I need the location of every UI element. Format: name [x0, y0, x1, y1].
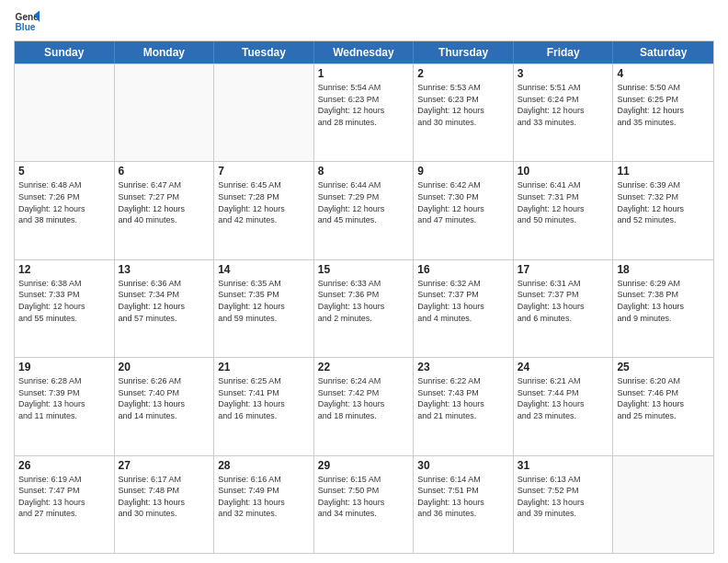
day-number: 10: [518, 165, 609, 178]
day-number: 19: [18, 361, 110, 373]
calendar-header-cell: Monday: [115, 41, 215, 63]
calendar-cell: 11Sunrise: 6:39 AM Sunset: 7:32 PM Dayli…: [613, 162, 713, 259]
calendar-cell: 22Sunrise: 6:24 AM Sunset: 7:42 PM Dayli…: [314, 358, 415, 454]
calendar-header-cell: Friday: [514, 41, 614, 63]
cell-info: Sunrise: 5:54 AM Sunset: 6:23 PM Dayligh…: [318, 82, 410, 128]
calendar-cell: 7Sunrise: 6:45 AM Sunset: 7:28 PM Daylig…: [214, 162, 314, 259]
day-number: 1: [318, 67, 410, 80]
calendar-cell: 14Sunrise: 6:35 AM Sunset: 7:35 PM Dayli…: [214, 260, 314, 357]
calendar-cell: 26Sunrise: 6:19 AM Sunset: 7:47 PM Dayli…: [15, 456, 115, 553]
calendar-cell: 23Sunrise: 6:22 AM Sunset: 7:43 PM Dayli…: [414, 358, 514, 454]
day-number: 29: [318, 459, 410, 472]
logo-icon: General Blue: [14, 9, 40, 35]
day-number: 6: [119, 165, 210, 178]
cell-info: Sunrise: 6:21 AM Sunset: 7:44 PM Dayligh…: [518, 375, 609, 421]
cell-info: Sunrise: 6:45 AM Sunset: 7:28 PM Dayligh…: [218, 179, 310, 225]
calendar-header-cell: Saturday: [613, 41, 713, 63]
page: General Blue SundayMondayTuesdayWednesda…: [0, 0, 728, 563]
calendar-cell: 31Sunrise: 6:13 AM Sunset: 7:52 PM Dayli…: [514, 456, 614, 553]
day-number: 14: [218, 263, 310, 276]
calendar-cell: 17Sunrise: 6:31 AM Sunset: 7:37 PM Dayli…: [514, 260, 614, 357]
calendar-cell: 27Sunrise: 6:17 AM Sunset: 7:48 PM Dayli…: [115, 456, 215, 553]
calendar-cell: 4Sunrise: 5:50 AM Sunset: 6:25 PM Daylig…: [613, 64, 713, 161]
day-number: 9: [417, 165, 509, 178]
day-number: 23: [417, 361, 509, 373]
calendar-cell: [613, 456, 713, 553]
day-number: 15: [318, 263, 410, 276]
calendar-row: 5Sunrise: 6:48 AM Sunset: 7:26 PM Daylig…: [15, 161, 713, 259]
calendar-row: 19Sunrise: 6:28 AM Sunset: 7:39 PM Dayli…: [15, 357, 713, 454]
calendar-cell: 6Sunrise: 6:47 AM Sunset: 7:27 PM Daylig…: [115, 162, 215, 259]
calendar-cell: 15Sunrise: 6:33 AM Sunset: 7:36 PM Dayli…: [314, 260, 415, 357]
calendar-header-cell: Tuesday: [214, 41, 314, 63]
calendar-cell: 30Sunrise: 6:14 AM Sunset: 7:51 PM Dayli…: [414, 456, 514, 553]
day-number: 25: [617, 361, 710, 373]
calendar-cell: 21Sunrise: 6:25 AM Sunset: 7:41 PM Dayli…: [214, 358, 314, 454]
cell-info: Sunrise: 6:17 AM Sunset: 7:48 PM Dayligh…: [119, 474, 210, 520]
day-number: 24: [518, 361, 609, 373]
calendar-row: 12Sunrise: 6:38 AM Sunset: 7:33 PM Dayli…: [15, 259, 713, 357]
day-number: 27: [119, 459, 210, 472]
cell-info: Sunrise: 6:13 AM Sunset: 7:52 PM Dayligh…: [518, 474, 609, 520]
calendar-cell: 18Sunrise: 6:29 AM Sunset: 7:38 PM Dayli…: [613, 260, 713, 357]
calendar-cell: 12Sunrise: 6:38 AM Sunset: 7:33 PM Dayli…: [15, 260, 115, 357]
calendar-row: 1Sunrise: 5:54 AM Sunset: 6:23 PM Daylig…: [15, 63, 713, 161]
cell-info: Sunrise: 6:33 AM Sunset: 7:36 PM Dayligh…: [318, 278, 410, 324]
cell-info: Sunrise: 5:53 AM Sunset: 6:23 PM Dayligh…: [417, 82, 509, 128]
calendar-cell: 20Sunrise: 6:26 AM Sunset: 7:40 PM Dayli…: [115, 358, 215, 454]
cell-info: Sunrise: 6:36 AM Sunset: 7:34 PM Dayligh…: [119, 278, 210, 324]
calendar-row: 26Sunrise: 6:19 AM Sunset: 7:47 PM Dayli…: [15, 455, 713, 553]
calendar-cell: 16Sunrise: 6:32 AM Sunset: 7:37 PM Dayli…: [414, 260, 514, 357]
calendar-header-cell: Wednesday: [314, 41, 415, 63]
day-number: 13: [119, 263, 210, 276]
day-number: 3: [518, 67, 609, 80]
calendar-cell: 10Sunrise: 6:41 AM Sunset: 7:31 PM Dayli…: [514, 162, 614, 259]
cell-info: Sunrise: 5:51 AM Sunset: 6:24 PM Dayligh…: [518, 82, 609, 128]
calendar-cell: 28Sunrise: 6:16 AM Sunset: 7:49 PM Dayli…: [214, 456, 314, 553]
calendar-header-row: SundayMondayTuesdayWednesdayThursdayFrid…: [15, 41, 713, 63]
calendar-cell: 19Sunrise: 6:28 AM Sunset: 7:39 PM Dayli…: [15, 358, 115, 454]
day-number: 20: [119, 361, 210, 373]
cell-info: Sunrise: 6:22 AM Sunset: 7:43 PM Dayligh…: [417, 375, 509, 421]
calendar-cell: [15, 64, 115, 161]
cell-info: Sunrise: 6:42 AM Sunset: 7:30 PM Dayligh…: [417, 179, 509, 225]
day-number: 31: [518, 459, 609, 472]
calendar-cell: 1Sunrise: 5:54 AM Sunset: 6:23 PM Daylig…: [314, 64, 415, 161]
cell-info: Sunrise: 6:29 AM Sunset: 7:38 PM Dayligh…: [617, 278, 710, 324]
cell-info: Sunrise: 6:41 AM Sunset: 7:31 PM Dayligh…: [518, 179, 609, 225]
calendar-cell: [214, 64, 314, 161]
svg-text:Blue: Blue: [16, 22, 36, 32]
cell-info: Sunrise: 6:15 AM Sunset: 7:50 PM Dayligh…: [318, 474, 410, 520]
calendar-cell: 3Sunrise: 5:51 AM Sunset: 6:24 PM Daylig…: [514, 64, 614, 161]
day-number: 4: [617, 67, 710, 80]
cell-info: Sunrise: 6:35 AM Sunset: 7:35 PM Dayligh…: [218, 278, 310, 324]
cell-info: Sunrise: 6:32 AM Sunset: 7:37 PM Dayligh…: [417, 278, 509, 324]
cell-info: Sunrise: 6:39 AM Sunset: 7:32 PM Dayligh…: [617, 179, 710, 225]
day-number: 2: [417, 67, 509, 80]
cell-info: Sunrise: 6:47 AM Sunset: 7:27 PM Dayligh…: [119, 179, 210, 225]
day-number: 30: [417, 459, 509, 472]
calendar-cell: 24Sunrise: 6:21 AM Sunset: 7:44 PM Dayli…: [514, 358, 614, 454]
logo: General Blue: [14, 9, 40, 35]
day-number: 8: [318, 165, 410, 178]
header: General Blue: [14, 9, 714, 35]
cell-info: Sunrise: 6:26 AM Sunset: 7:40 PM Dayligh…: [119, 375, 210, 421]
cell-info: Sunrise: 6:19 AM Sunset: 7:47 PM Dayligh…: [18, 474, 110, 520]
calendar-header-cell: Thursday: [414, 41, 514, 63]
calendar-cell: 9Sunrise: 6:42 AM Sunset: 7:30 PM Daylig…: [414, 162, 514, 259]
calendar-cell: 8Sunrise: 6:44 AM Sunset: 7:29 PM Daylig…: [314, 162, 415, 259]
calendar-cell: 29Sunrise: 6:15 AM Sunset: 7:50 PM Dayli…: [314, 456, 415, 553]
calendar-cell: [115, 64, 215, 161]
calendar: SundayMondayTuesdayWednesdayThursdayFrid…: [14, 40, 714, 554]
cell-info: Sunrise: 6:24 AM Sunset: 7:42 PM Dayligh…: [318, 375, 410, 421]
day-number: 22: [318, 361, 410, 373]
calendar-body: 1Sunrise: 5:54 AM Sunset: 6:23 PM Daylig…: [15, 63, 713, 553]
cell-info: Sunrise: 6:48 AM Sunset: 7:26 PM Dayligh…: [18, 179, 110, 225]
cell-info: Sunrise: 6:31 AM Sunset: 7:37 PM Dayligh…: [518, 278, 609, 324]
day-number: 21: [218, 361, 310, 373]
day-number: 11: [617, 165, 710, 178]
cell-info: Sunrise: 6:28 AM Sunset: 7:39 PM Dayligh…: [18, 375, 110, 421]
day-number: 12: [18, 263, 110, 276]
calendar-cell: 5Sunrise: 6:48 AM Sunset: 7:26 PM Daylig…: [15, 162, 115, 259]
calendar-cell: 13Sunrise: 6:36 AM Sunset: 7:34 PM Dayli…: [115, 260, 215, 357]
